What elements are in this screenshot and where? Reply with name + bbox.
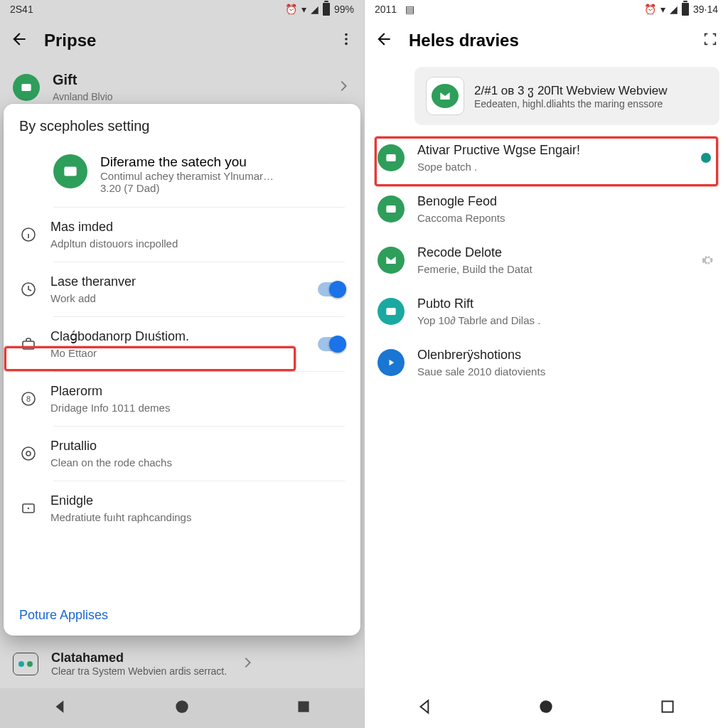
item-title: Benogle Feod: [417, 193, 715, 210]
svg-point-0: [345, 33, 348, 36]
app-bar: Heles dravies: [365, 18, 728, 63]
svg-rect-3: [21, 84, 31, 91]
setting-row-enidgle[interactable]: Enidgle Medratiute fuıht raphcandings: [4, 481, 360, 535]
status-icons: ⏰ ▾ ◢ 99%: [285, 3, 354, 16]
chevron-right-icon: [336, 78, 351, 97]
item-subtitle: Saue sale 2010 diatovients: [417, 365, 715, 379]
gear-icon[interactable]: [701, 253, 715, 267]
app-icon: [13, 74, 40, 101]
row-subtitle: Dridage Info 1011 demes: [50, 401, 345, 415]
nav-bar: [0, 688, 364, 728]
eight-icon: 8: [19, 390, 38, 408]
settings-sheet: By sсepholes setting Diferame the satech…: [4, 104, 360, 636]
row-subtitle: Clean on the rode chachs: [50, 456, 345, 470]
svg-point-15: [28, 508, 29, 509]
svg-marker-21: [390, 360, 395, 365]
svg-point-16: [176, 700, 188, 712]
svg-rect-18: [386, 154, 395, 161]
svg-point-13: [26, 451, 31, 456]
setting-row-clagbodanorp[interactable]: Claǵbodanorp Dıuśtiom. Mo Ettaor: [4, 317, 360, 371]
status-dot-icon: [701, 153, 711, 163]
item-subtitle: Yop 10∂ Tabrle and Dilas .: [417, 314, 715, 328]
row-subtitle: Adpltun distouors incpolled: [50, 237, 345, 251]
setting-row-lase-theranver[interactable]: Lase theranver Work add: [4, 262, 360, 316]
item-title: Recode Delote: [417, 245, 688, 261]
item-title: Ativar Pructive Wgse Engair!: [417, 142, 688, 159]
wifi-icon: ▾: [660, 4, 665, 15]
nav-home-button[interactable]: [173, 697, 191, 719]
row-subtitle: Medratiute fuıht raphcandings: [50, 510, 345, 525]
tablet-icon: [19, 499, 38, 518]
background-bottom-item[interactable]: Clatahamed Clear tra System Webvien ardi…: [0, 639, 364, 688]
app-icon: [378, 196, 405, 223]
item-subtitle: Sope batch .: [417, 160, 688, 174]
svg-rect-17: [298, 701, 309, 712]
hero-line2: 3.20 (7 Dad): [100, 182, 274, 194]
wifi-icon: ▾: [301, 4, 306, 15]
svg-rect-4: [64, 167, 76, 176]
alarm-icon: ⏰: [644, 4, 656, 15]
nav-home-button[interactable]: [537, 697, 555, 719]
sheet-hero[interactable]: Diferame the satech you Contimul achey t…: [4, 141, 360, 207]
nav-recent-button[interactable]: [658, 697, 677, 719]
svg-text:8: 8: [26, 395, 31, 403]
back-button[interactable]: [10, 30, 28, 51]
nav-bar: [365, 688, 728, 728]
right-list: Ativar Pructive Wgse Engair! Sope batch …: [365, 132, 728, 388]
back-button[interactable]: [375, 30, 393, 51]
info-icon: [19, 225, 38, 244]
card-subtitle: Eedeaten, highl.dliahts the maring ensso…: [474, 98, 668, 109]
list-item-benogle[interactable]: Benogle Feod Caccoma Reponts: [365, 183, 728, 235]
app-icon: [53, 154, 87, 188]
mail-icon: [378, 247, 405, 274]
calendar-icon: ▤: [405, 4, 414, 15]
item-title: Olenbrerÿshotions: [417, 347, 715, 363]
page-title: Heles dravies: [409, 31, 519, 50]
clock-icon: [19, 280, 38, 299]
bg-item-subtitle: Avnland Blvio: [53, 90, 323, 103]
suitcase-icon: [19, 335, 38, 353]
row-title: Plaerorm: [50, 383, 345, 400]
chevron-right-icon: [240, 655, 255, 673]
svg-rect-19: [386, 205, 395, 213]
list-item-recode[interactable]: Recode Delote Femerie, Build the Datat: [365, 235, 728, 286]
card-app-thumb: [426, 77, 464, 115]
app-icon: [378, 298, 405, 325]
dual-dot-icon: [13, 653, 38, 675]
setting-row-mas-imded[interactable]: Mas imded Adpltun distouors incpolled: [4, 208, 360, 262]
nav-back-button[interactable]: [416, 697, 434, 719]
overflow-menu-button[interactable]: [338, 31, 354, 50]
item-title: Pubto Rift: [417, 296, 715, 312]
hero-title: Diferame the satech you: [100, 154, 274, 170]
header-card[interactable]: 2/#1 oв 3 ჳ 20Пt Webview Webview Eedeate…: [414, 67, 719, 125]
status-bar: 2S41 ⏰ ▾ ◢ 99%: [0, 0, 364, 18]
list-item-ativar[interactable]: Ativar Pructive Wgse Engair! Sope batch …: [365, 132, 728, 183]
list-item-olenbrery[interactable]: Olenbrerÿshotions Saue sale 2010 diatovi…: [365, 337, 728, 388]
setting-row-prutallio[interactable]: Prutallio Clean on the rode chachs: [4, 427, 360, 481]
row-title: Mas imded: [50, 219, 345, 235]
scan-icon[interactable]: [702, 31, 718, 50]
svg-rect-9: [23, 341, 34, 349]
list-item-pubto[interactable]: Pubto Rift Yop 10∂ Tabrle and Dilas .: [365, 286, 728, 337]
svg-rect-23: [662, 701, 673, 712]
app-icon: [378, 144, 405, 171]
bottom-item-title: Clatahamed: [51, 651, 227, 665]
battery-pct: 99%: [334, 4, 354, 15]
battery-icon: [323, 3, 330, 16]
svg-point-2: [345, 43, 348, 46]
sheet-title: By sсepholes setting: [4, 104, 360, 141]
nav-back-button[interactable]: [51, 697, 70, 719]
row-title: Lase theranver: [50, 274, 305, 290]
toggle[interactable]: [318, 337, 345, 351]
card-title: 2/#1 oв 3 ჳ 20Пt Webview Webview: [474, 83, 668, 98]
screen-right: 2011 ▤ ⏰ ▾ ◢ 39·14 Heles dravies: [364, 0, 728, 728]
status-time: 2011: [375, 4, 397, 15]
svg-point-12: [22, 447, 35, 460]
row-subtitle: Work add: [50, 291, 305, 306]
alarm-icon: ⏰: [285, 4, 297, 15]
sheet-action-link[interactable]: Poture Applises: [4, 595, 360, 636]
toggle[interactable]: [318, 282, 345, 296]
row-title: Enidgle: [50, 493, 345, 509]
setting-row-plaerorm[interactable]: 8 Plaerorm Dridage Info 1011 demes: [4, 372, 360, 426]
nav-recent-button[interactable]: [294, 697, 313, 719]
